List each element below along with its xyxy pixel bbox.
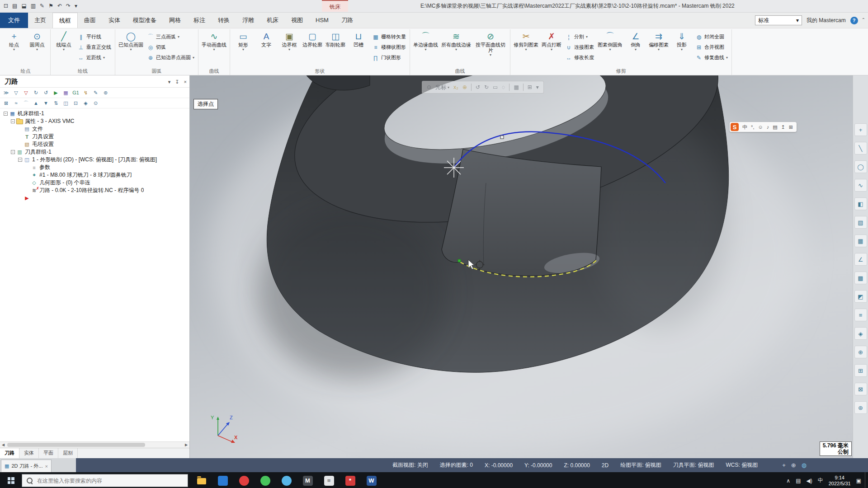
style-dropdown[interactable]: 标准 ▾: [755, 15, 802, 25]
chamfer-button[interactable]: ∠倒角▾: [624, 30, 647, 68]
origin-snap-icon[interactable]: ⊕: [462, 84, 467, 90]
relief-groove-button[interactable]: ⊔凹槽: [347, 30, 370, 68]
quick-mask-result-icon[interactable]: ⊕: [854, 346, 867, 358]
tab-hsm[interactable]: HSM: [309, 13, 335, 28]
quick-mask-all-icon[interactable]: ⊞: [854, 364, 867, 377]
emoji-icon[interactable]: ☺: [758, 124, 763, 130]
tone-icon[interactable]: °,: [751, 124, 754, 130]
raster-to-vector-button[interactable]: ▦栅格转矢量: [370, 32, 408, 42]
axes-gnomon-icon[interactable]: ⊕: [791, 462, 796, 469]
recorder-logo[interactable]: S: [731, 123, 739, 131]
quick-mask-points-icon[interactable]: +: [854, 123, 867, 136]
quick-mask-mesh-icon[interactable]: ▩: [854, 272, 867, 284]
verify-icon[interactable]: ▦: [61, 89, 70, 97]
panel-tab-toolpaths[interactable]: 刀路: [0, 448, 19, 458]
drag-handle[interactable]: [500, 136, 504, 139]
keyboard-icon[interactable]: ▤: [773, 124, 777, 130]
closest-line-button[interactable]: ↔近距线▾: [75, 52, 113, 63]
autocursor-label[interactable]: 光标▾: [435, 84, 449, 91]
ime-zh-icon[interactable]: 中: [818, 477, 823, 484]
taskbar-app-file-explorer[interactable]: [191, 472, 212, 488]
y-coordinate[interactable]: Y: -0.00000: [524, 462, 552, 469]
collapse-ribbon-icon[interactable]: ˆ: [863, 17, 864, 24]
tree-item-stock-setup[interactable]: ▧毛坯设置: [0, 141, 189, 148]
circle-center-point-button[interactable]: ◯已知点画圆▾: [117, 30, 145, 68]
tree-item-machine-group[interactable]: −▦机床群组-1: [0, 110, 189, 117]
section-view-status[interactable]: 截面视图: 关闭: [392, 461, 428, 469]
divide-button[interactable]: ¦分割▾: [563, 32, 596, 42]
tree-expander-icon[interactable]: −: [4, 112, 8, 116]
backplot-icon[interactable]: ▶: [52, 89, 60, 97]
panel-horizontal-scrollbar[interactable]: ◀ ▶: [0, 441, 189, 448]
quick-mask-splines-icon[interactable]: ∿: [854, 179, 867, 192]
edit-operation-icon[interactable]: ✎: [91, 89, 100, 97]
scroll-window-icon[interactable]: ◫: [61, 99, 70, 107]
trim-to-entity-button[interactable]: ✂修剪到图素▾: [512, 30, 540, 68]
taskbar-app-mastercam-app[interactable]: M: [297, 472, 318, 488]
z-coordinate[interactable]: Z: 0.00000: [564, 462, 590, 469]
search-input[interactable]: [36, 477, 174, 484]
clear-filter-icon[interactable]: ▽: [22, 89, 30, 97]
stair-shape-button[interactable]: ≡楼梯状图形: [370, 42, 408, 52]
bolt-circle-button[interactable]: ⊙圆周点▾: [26, 30, 48, 68]
curve-slice-by-plane-button[interactable]: ⊘按平面曲线切片▾: [473, 30, 508, 68]
turn-profile-button[interactable]: ◫车削轮廓: [324, 30, 347, 68]
quick-mask-level-icon[interactable]: ≡: [854, 309, 867, 321]
tab-toolpaths[interactable]: 刀路: [335, 13, 359, 28]
upload-icon[interactable]: ↥: [781, 124, 785, 130]
tree-item-files[interactable]: ▤文件: [0, 125, 189, 133]
panel-tab-levels[interactable]: 层别: [58, 448, 78, 458]
tab-home[interactable]: 主页: [28, 13, 52, 28]
quick-mask-drafting-icon[interactable]: ∠: [854, 253, 867, 266]
panel-help-icon[interactable]: ⊛: [101, 89, 110, 97]
display-only-selected-icon[interactable]: ⊡: [71, 99, 80, 107]
selection-settings-icon[interactable]: ▦: [514, 84, 519, 90]
quick-mask-groups-icon[interactable]: ◈: [854, 327, 867, 340]
scrollbar-track[interactable]: [6, 442, 183, 447]
tree-item-insert-position-marker[interactable]: ▶: [0, 194, 189, 202]
tab-drafting[interactable]: 标注: [187, 13, 212, 28]
tab-view[interactable]: 视图: [285, 13, 309, 28]
ime-icon[interactable]: 中: [742, 124, 747, 131]
quick-mask-arcs-icon[interactable]: ◯: [854, 160, 867, 173]
selected-entities-count[interactable]: 选择的图素: 0: [440, 461, 473, 469]
show-desktop-button[interactable]: [865, 472, 868, 488]
manual-spline-button[interactable]: ∿手动画曲线▾: [200, 30, 228, 68]
clear-quick-masks-icon[interactable]: ⊠: [854, 383, 867, 395]
mic-icon[interactable]: ♪: [767, 124, 769, 130]
toggle-toolpath-display-icon[interactable]: ≈: [12, 99, 20, 107]
bounding-box-button[interactable]: ▣边界框▾: [278, 30, 301, 68]
letters-button[interactable]: A文字: [255, 30, 278, 68]
scroll-right-icon[interactable]: ▶: [183, 443, 189, 447]
taskbar-app-music-app[interactable]: [233, 472, 255, 488]
print-icon[interactable]: ▥: [31, 0, 36, 12]
regenerate-selected-icon[interactable]: ↻: [32, 89, 40, 97]
floatbar-more-icon[interactable]: ▾: [536, 84, 539, 90]
tree-item-operation-1[interactable]: −◫1 - 外形铣削 (2D) - [WCS: 俯视图] - [刀具面: 俯视图…: [0, 156, 189, 164]
line-endpoints-button[interactable]: ╱线端点▾: [52, 30, 75, 68]
panel-options-icon[interactable]: ⊙: [91, 99, 100, 107]
curve-one-edge-button[interactable]: ⌒单边缘曲线▾: [412, 30, 439, 68]
tree-expander-icon[interactable]: −: [18, 158, 22, 162]
cplane-status[interactable]: 绘图平面: 俯视图: [620, 461, 661, 469]
customize-quick-access-icon[interactable]: ▾: [75, 0, 77, 12]
context-tab-mill[interactable]: 铣床: [322, 0, 348, 12]
section-gnomon-icon[interactable]: +: [782, 462, 786, 469]
break-two-pieces-button[interactable]: ✗两点打断▾: [540, 30, 563, 68]
tab-transform[interactable]: 转换: [212, 13, 236, 28]
curve-all-edges-button[interactable]: ≋所有曲线边缘▾: [440, 30, 472, 68]
notifications-icon[interactable]: ▣: [856, 478, 861, 484]
save-icon[interactable]: ⬓: [21, 0, 26, 12]
sort-operations-icon[interactable]: ◈: [81, 99, 90, 107]
taskbar-app-notepad[interactable]: ≡: [318, 472, 340, 488]
draw-point-button[interactable]: +绘点▾: [3, 30, 25, 68]
join-entities-button[interactable]: ∪连接图素: [563, 42, 596, 52]
start-button[interactable]: [0, 472, 22, 488]
taskbar-app-recorder-app[interactable]: *: [340, 472, 361, 488]
polygon-selection-icon[interactable]: ◌: [502, 84, 505, 90]
quick-mask-lines-icon[interactable]: ╲: [854, 142, 867, 155]
edit-icon[interactable]: ✎: [40, 0, 44, 12]
flag-icon[interactable]: ⚑: [48, 0, 53, 12]
tab-wireframe[interactable]: 线框: [52, 13, 78, 28]
tab-mesh[interactable]: 网格: [163, 13, 187, 28]
